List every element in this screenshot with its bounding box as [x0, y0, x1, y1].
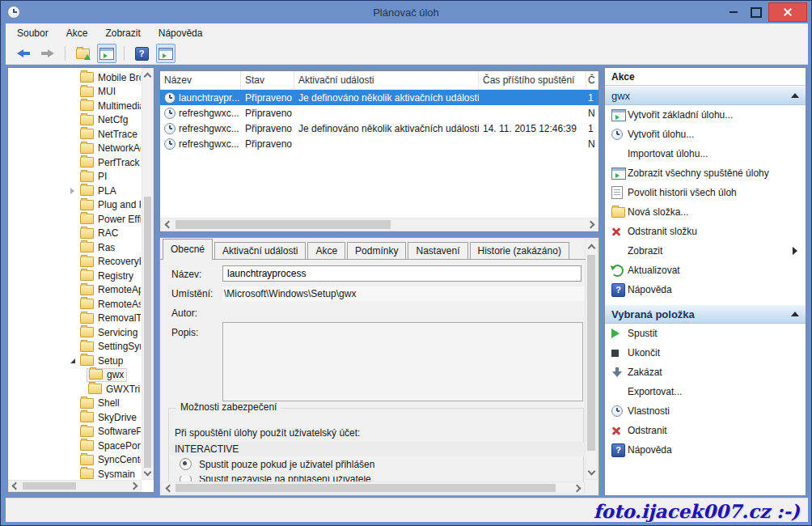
- tree-item[interactable]: SpacePort: [9, 439, 141, 453]
- tab-nastaveni[interactable]: Nastavení: [408, 242, 467, 260]
- scroll-thumb[interactable]: [144, 197, 151, 468]
- task-list-horizontal-scrollbar[interactable]: [160, 218, 598, 231]
- tree-item[interactable]: NetTrace: [9, 127, 141, 142]
- tab-obecne[interactable]: Obecné: [163, 239, 213, 260]
- close-button[interactable]: [768, 2, 807, 22]
- scroll-down-arrow[interactable]: [142, 467, 153, 479]
- tree-item[interactable]: SkyDrive: [9, 410, 141, 425]
- radio-run-logged-in[interactable]: Spustit pouze pokud je uživatel přihláše…: [180, 458, 374, 470]
- task-row-refreshgwxconfig[interactable]: refreshgwxc... Připraveno N: [160, 136, 598, 151]
- menu-soubor[interactable]: Soubor: [17, 28, 49, 39]
- minimize-button[interactable]: [723, 2, 744, 22]
- scroll-right-arrow[interactable]: [129, 481, 141, 491]
- tree-item[interactable]: Servicing: [9, 325, 141, 340]
- tree-item[interactable]: PLA: [9, 184, 141, 198]
- tree-item[interactable]: SoftwarePro: [9, 425, 141, 439]
- tree-item[interactable]: Plug and Pl: [9, 198, 141, 213]
- tree-item[interactable]: GWXTri: [9, 382, 141, 397]
- column-header-next-run[interactable]: Čas příštího spuštění: [479, 71, 586, 89]
- action-new-folder[interactable]: Nová složka...: [605, 202, 806, 222]
- action-import-task[interactable]: Importovat úlohu...: [605, 144, 806, 163]
- action-enable-history[interactable]: Povolit historii všech úloh: [605, 183, 806, 202]
- tree-item[interactable]: Mobile Broa: [9, 70, 141, 85]
- action-group-header-selected-item[interactable]: Vybraná položka: [605, 304, 806, 324]
- tree-item[interactable]: NetworkAc: [9, 142, 141, 156]
- action-run[interactable]: Spustit: [605, 324, 806, 343]
- tree-item-setup[interactable]: Setup: [9, 354, 141, 368]
- back-button[interactable]: [14, 44, 33, 63]
- scroll-left-arrow[interactable]: [9, 481, 21, 491]
- scroll-down-arrow[interactable]: [586, 466, 597, 479]
- details-vertical-scrollbar[interactable]: [585, 240, 598, 480]
- description-textarea[interactable]: [222, 322, 583, 401]
- menu-akce[interactable]: Akce: [66, 28, 88, 39]
- tree-item[interactable]: RemoteApp: [9, 283, 141, 298]
- action-help[interactable]: ?Nápověda: [605, 280, 806, 299]
- tree-item[interactable]: Registry: [9, 269, 141, 283]
- tree-item[interactable]: Shell: [9, 397, 141, 411]
- scroll-left-arrow[interactable]: [161, 218, 174, 231]
- maximize-button[interactable]: [746, 2, 767, 22]
- action-delete-folder[interactable]: Odstranit složku: [605, 222, 806, 241]
- radio-icon[interactable]: [180, 458, 192, 470]
- task-row-refreshgwxconfig[interactable]: refreshgwxc... Připraveno N: [160, 105, 598, 121]
- action-create-basic-task[interactable]: Vytvořit základní úlohu...: [605, 105, 806, 125]
- tree-vertical-scrollbar[interactable]: [142, 68, 154, 480]
- tree-item[interactable]: PI: [9, 170, 141, 185]
- task-row-launchtrayprocess[interactable]: launchtraypr... Připraveno Je definováno…: [160, 90, 598, 105]
- collapse-icon[interactable]: [70, 358, 75, 363]
- action-show-running-tasks[interactable]: Zobrazit všechny spuštěné úlohy: [605, 163, 806, 183]
- action-group-header-gwx[interactable]: gwx: [605, 86, 806, 105]
- action-help[interactable]: ?Nápověda: [605, 440, 806, 460]
- action-create-task[interactable]: Vytvořit úlohu...: [605, 125, 806, 144]
- tree-item[interactable]: RemovalTo: [9, 312, 141, 326]
- tab-historie[interactable]: Historie (zakázáno): [470, 242, 569, 260]
- up-folder-button[interactable]: [73, 44, 92, 63]
- tree-item[interactable]: Ras: [9, 240, 141, 255]
- tab-aktivacni-udalosti[interactable]: Aktivační události: [214, 242, 306, 260]
- tree-item[interactable]: RecoveryEn: [9, 255, 141, 269]
- tab-podminky[interactable]: Podmínky: [347, 242, 406, 260]
- scroll-thumb[interactable]: [176, 220, 391, 229]
- collapse-icon[interactable]: [791, 93, 799, 98]
- details-horizontal-scrollbar[interactable]: [161, 481, 585, 494]
- tree-item[interactable]: NetCfg: [9, 113, 141, 128]
- expand-icon[interactable]: [70, 188, 74, 194]
- tree-horizontal-scrollbar[interactable]: [8, 480, 142, 492]
- tree-item[interactable]: SyncCenter: [9, 453, 141, 468]
- scroll-thumb[interactable]: [587, 255, 595, 451]
- tree-item[interactable]: SettingSync: [9, 340, 141, 354]
- action-delete[interactable]: Odstranit: [605, 421, 806, 440]
- show-console-tree-button[interactable]: [97, 44, 116, 63]
- scroll-thumb[interactable]: [176, 484, 556, 492]
- scroll-thumb[interactable]: [23, 482, 76, 490]
- action-refresh[interactable]: Aktualizovat: [605, 261, 806, 280]
- tree-item[interactable]: Sysmain: [9, 467, 141, 479]
- column-header-stav[interactable]: Stav: [241, 71, 294, 89]
- tree-item[interactable]: RemoteAss: [9, 297, 141, 312]
- tab-akce[interactable]: Akce: [307, 242, 345, 260]
- show-action-pane-button[interactable]: [156, 44, 176, 63]
- tree-item[interactable]: MUI: [9, 85, 141, 100]
- action-properties[interactable]: Vlastnosti: [605, 401, 806, 421]
- task-name-input[interactable]: [222, 265, 582, 282]
- action-disable[interactable]: Zakázat: [605, 363, 806, 382]
- column-header-nazev[interactable]: Název: [160, 71, 241, 89]
- tree-item[interactable]: PerfTrack: [9, 155, 141, 170]
- action-export[interactable]: Exportovat...: [605, 382, 806, 401]
- menu-zobrazit[interactable]: Zobrazit: [105, 28, 140, 39]
- toolbar-help-button[interactable]: ?: [132, 44, 151, 63]
- tree-item[interactable]: RAC: [9, 227, 141, 241]
- column-header-last-run[interactable]: Č: [586, 71, 598, 89]
- tree-item[interactable]: Power Effic: [9, 212, 141, 227]
- tree-item-gwx[interactable]: gwx: [9, 368, 141, 383]
- action-view[interactable]: Zobrazit: [605, 241, 806, 261]
- menu-napoveda[interactable]: Nápověda: [159, 28, 203, 39]
- scroll-up-arrow[interactable]: [586, 240, 597, 253]
- tree-item[interactable]: Multimedia: [9, 99, 141, 113]
- action-end[interactable]: Ukončit: [605, 343, 806, 363]
- collapse-icon[interactable]: [791, 312, 799, 316]
- column-header-triggers[interactable]: Aktivační události: [294, 71, 479, 89]
- forward-button[interactable]: [38, 44, 57, 63]
- scroll-up-arrow[interactable]: [142, 69, 153, 81]
